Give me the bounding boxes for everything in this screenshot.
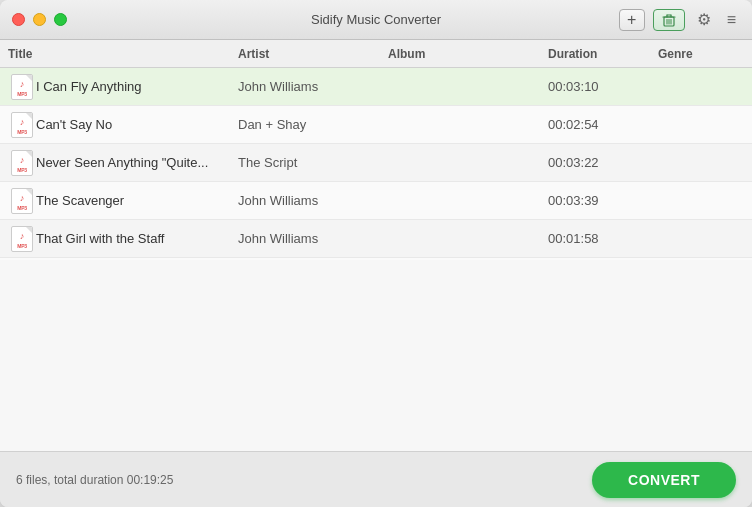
convert-button[interactable]: CONVERT xyxy=(592,462,736,498)
delete-button[interactable] xyxy=(653,9,685,31)
table-row[interactable]: ♪ MP3 Never Seen Anything "Quite... The … xyxy=(0,144,752,182)
column-header-title: Title xyxy=(8,47,238,61)
mp3-file-icon: ♪ MP3 xyxy=(11,112,33,138)
table-row[interactable]: ♪ MP3 The Scavenger John Williams 00:03:… xyxy=(0,182,752,220)
cell-title: The Scavenger xyxy=(36,193,238,208)
status-bar: 6 files, total duration 00:19:25 CONVERT xyxy=(0,451,752,507)
settings-button[interactable]: ⚙ xyxy=(693,8,715,31)
empty-area xyxy=(0,260,752,452)
row-icon: ♪ MP3 xyxy=(8,186,36,216)
window-controls xyxy=(12,13,67,26)
row-icon: ♪ MP3 xyxy=(8,148,36,178)
maximize-button[interactable] xyxy=(54,13,67,26)
table-row[interactable]: ♪ MP3 That Girl with the Staff John Will… xyxy=(0,220,752,258)
add-button[interactable]: + xyxy=(619,9,645,31)
cell-title: Never Seen Anything "Quite... xyxy=(36,155,238,170)
table-row[interactable]: ♪ MP3 Can't Say No Dan + Shay 00:02:54 xyxy=(0,106,752,144)
toolbar-actions: + ⚙ ≡ xyxy=(619,8,740,31)
cell-duration: 00:03:22 xyxy=(548,155,658,170)
menu-button[interactable]: ≡ xyxy=(723,9,740,31)
cell-duration: 00:03:39 xyxy=(548,193,658,208)
cell-duration: 00:02:54 xyxy=(548,117,658,132)
mp3-file-icon: ♪ MP3 xyxy=(11,226,33,252)
row-icon: ♪ MP3 xyxy=(8,224,36,254)
cell-title: Can't Say No xyxy=(36,117,238,132)
table-container: Title Artist Album Duration Genre ♪ MP3 … xyxy=(0,40,752,451)
cell-artist: The Script xyxy=(238,155,388,170)
column-header-genre: Genre xyxy=(658,47,744,61)
cell-artist: Dan + Shay xyxy=(238,117,388,132)
trash-icon xyxy=(662,13,676,27)
column-header-artist: Artist xyxy=(238,47,388,61)
row-icon: ♪ MP3 xyxy=(8,72,36,102)
cell-title: That Girl with the Staff xyxy=(36,231,238,246)
cell-artist: John Williams xyxy=(238,79,388,94)
status-text: 6 files, total duration 00:19:25 xyxy=(16,473,592,487)
minimize-button[interactable] xyxy=(33,13,46,26)
column-header-duration: Duration xyxy=(548,47,658,61)
title-bar: Sidify Music Converter + ⚙ ≡ xyxy=(0,0,752,40)
cell-artist: John Williams xyxy=(238,193,388,208)
mp3-file-icon: ♪ MP3 xyxy=(11,74,33,100)
table-body: ♪ MP3 I Can Fly Anything John Williams 0… xyxy=(0,68,752,260)
mp3-file-icon: ♪ MP3 xyxy=(11,150,33,176)
cell-artist: John Williams xyxy=(238,231,388,246)
window-title: Sidify Music Converter xyxy=(311,12,441,27)
close-button[interactable] xyxy=(12,13,25,26)
cell-title: I Can Fly Anything xyxy=(36,79,238,94)
table-row[interactable]: ♪ MP3 I Can Fly Anything John Williams 0… xyxy=(0,68,752,106)
mp3-file-icon: ♪ MP3 xyxy=(11,188,33,214)
cell-duration: 00:01:58 xyxy=(548,231,658,246)
row-icon: ♪ MP3 xyxy=(8,110,36,140)
cell-duration: 00:03:10 xyxy=(548,79,658,94)
table-header: Title Artist Album Duration Genre xyxy=(0,40,752,68)
column-header-album: Album xyxy=(388,47,548,61)
